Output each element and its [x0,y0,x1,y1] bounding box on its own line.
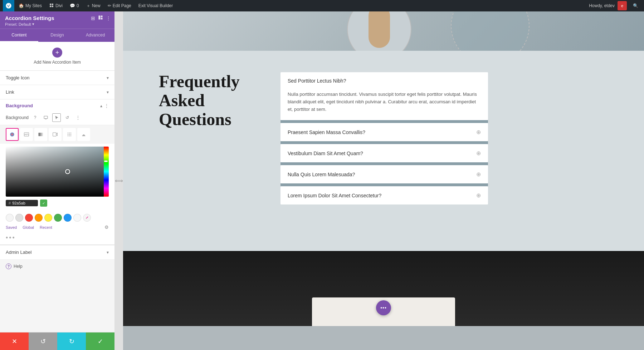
cursor-icon[interactable] [52,113,61,122]
color-settings-icon[interactable]: ⚙ [104,225,109,230]
color-confirm-button[interactable]: ✓ [40,199,47,207]
accordion-item: Sed Porttitor Lectus Nibh? Nulla porttit… [280,72,488,120]
svg-point-18 [69,134,70,135]
svg-point-16 [70,133,71,133]
sidebar-preset[interactable]: Preset: Default ▾ [5,22,109,26]
canvas: FrequentlyAskedQuestions Sed Porttitor L… [123,11,644,350]
help-icon[interactable]: ? [31,113,39,122]
bg-type-mask[interactable] [77,128,90,141]
background-title: Background [6,103,33,108]
accordion-item: Praesent Sapien Massa Convallis? ⊕ [280,123,488,141]
off-white-swatch[interactable] [73,214,81,222]
hue-handle[interactable] [104,161,108,162]
expand-icon[interactable]: ⊕ [476,171,481,178]
undo-button[interactable]: ↺ [29,332,57,350]
link-section[interactable]: Link ▾ [0,85,114,99]
red-swatch[interactable] [25,214,33,222]
svg-point-21 [69,135,70,136]
add-new-button[interactable]: + [52,48,62,58]
home-icon: 🏠 [19,3,24,8]
yellow-swatch[interactable] [44,214,52,222]
collapse-icon[interactable]: ▴ [100,103,102,108]
recent-tab[interactable]: Recent [40,225,52,230]
exit-visual-builder-nav[interactable]: Exit Visual Builder [136,0,176,11]
expand-icon[interactable]: ⊕ [476,192,481,199]
saved-tab[interactable]: Saved [6,225,17,230]
accordion-item: Vestibulum Diam Sit Amet Quam? ⊕ [280,144,488,162]
accordion-body: Nulla porttitor accumsan tincidunt. Viva… [280,89,488,120]
accordion-header[interactable]: Praesent Sapien Massa Convallis? ⊕ [280,123,488,141]
device-icon[interactable] [42,113,50,122]
accordion-header[interactable]: Sed Porttitor Lectus Nibh? [280,72,488,89]
blue-swatch[interactable] [64,214,72,222]
divi-nav[interactable]: Divi [46,0,65,11]
more-icon[interactable]: ⋮ [104,103,109,108]
more-bg-icon[interactable]: ⋮ [74,113,82,122]
svg-point-14 [68,133,68,133]
admin-label-section[interactable]: Admin Label ▾ [0,245,114,259]
global-tab[interactable]: Global [23,225,34,230]
more-options-icon[interactable]: ⋮ [106,15,111,21]
tab-design[interactable]: Design [38,29,77,42]
tab-advanced[interactable]: Advanced [76,29,114,42]
color-hex-input[interactable]: # 92a5ab [6,200,38,206]
light-gray-swatch[interactable] [15,214,23,222]
my-sites-nav[interactable]: 🏠 My Sites [16,0,45,11]
svg-point-19 [70,134,71,135]
expand-icon[interactable]: ⊕ [476,129,481,135]
wp-logo[interactable] [3,0,14,11]
help-text[interactable]: Help [14,264,23,269]
accordion-header[interactable]: Vestibulum Diam Sit Amet Quam? ⊕ [280,144,488,162]
resize-handle[interactable]: ⟺ [114,11,123,350]
bg-type-video[interactable] [49,128,62,141]
more-options-dots[interactable]: ••• [6,234,16,242]
accordion-question: Vestibulum Diam Sit Amet Quam? [288,151,363,156]
bg-type-image[interactable] [20,128,33,141]
bg-type-gradient[interactable] [34,128,47,141]
hue-slider[interactable] [104,147,109,197]
white-swatch[interactable] [6,214,14,222]
accordion-question: Praesent Sapien Massa Convallis? [288,129,365,135]
background-controls: ▴ ⋮ [100,103,109,108]
accordion-question: Sed Porttitor Lectus Nibh? [288,78,346,84]
expand-icon[interactable]: ⊕ [476,150,481,157]
user-avatar: e [618,1,627,10]
save-button[interactable]: ✓ [86,332,114,350]
svg-rect-7 [101,18,103,20]
close-button[interactable]: ✕ [0,332,29,350]
new-nav[interactable]: ＋ New [83,0,103,11]
bg-type-tabs [0,125,114,144]
svg-rect-4 [52,5,53,7]
undo-bg-icon[interactable]: ↺ [63,113,72,122]
bg-type-color[interactable] [6,128,19,141]
custom-color-button[interactable] [83,214,91,222]
accordion-question: Lorem Ipsum Dolor Sit Amet Consectetur? [288,193,381,198]
search-icon[interactable]: 🔍 [630,0,641,11]
hex-value[interactable]: 92a5ab [12,201,25,205]
svg-point-17 [68,134,68,135]
svg-rect-3 [50,5,51,7]
accordion-header[interactable]: Lorem Ipsum Dolor Sit Amet Consectetur? … [280,186,488,204]
orange-swatch[interactable] [35,214,43,222]
page-top-section [123,11,644,51]
gradient-dark-overlay [6,147,109,197]
color-handle[interactable] [65,169,70,174]
add-new-label: Add New Accordion Item [34,60,80,65]
toggle-icon-section[interactable]: Toggle Icon ▾ [0,71,114,85]
redo-button[interactable]: ↻ [57,332,86,350]
comment-icon: 💬 [70,3,75,8]
sidebar-bottom: ✕ ↺ ↻ ✓ [0,332,114,350]
comments-nav[interactable]: 💬 0 [67,0,82,11]
tab-content[interactable]: Content [0,29,38,42]
floating-menu-button[interactable]: ••• [376,300,391,315]
color-picker-wrapper[interactable] [6,147,109,197]
edit-page-nav[interactable]: ✏ Edit Page [105,0,134,11]
green-swatch[interactable] [54,214,62,222]
accordion-header[interactable]: Nulla Quis Lorem Malesuada? ⊕ [280,165,488,183]
accordion-question: Nulla Quis Lorem Malesuada? [288,172,355,177]
color-gradient[interactable] [6,147,109,197]
svg-rect-12 [39,133,43,136]
display-icon[interactable]: ⊞ [91,15,95,21]
bg-type-pattern[interactable] [63,128,76,141]
layout-icon[interactable] [98,15,103,21]
